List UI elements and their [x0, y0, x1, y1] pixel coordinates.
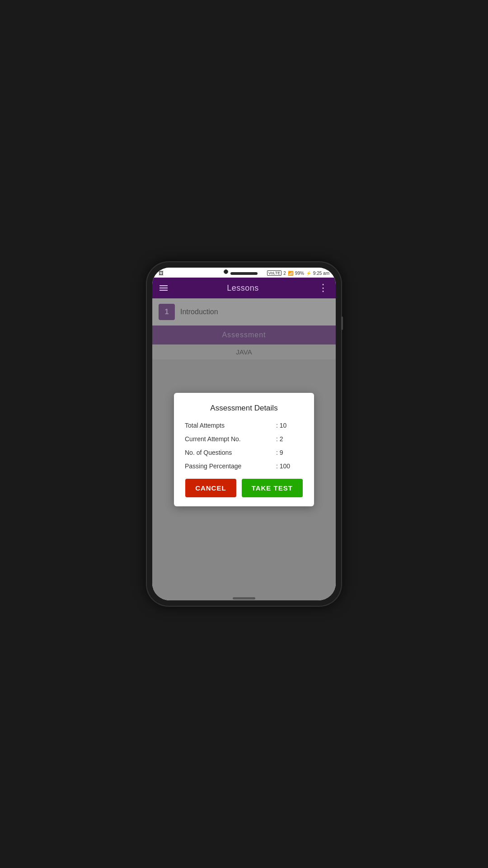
current-attempt-value: : 2 — [276, 435, 303, 443]
battery-percent: 99% — [295, 271, 304, 276]
passing-label: Passing Percentage — [185, 462, 276, 470]
current-attempt-label: Current Attempt No. — [185, 435, 276, 443]
phone-screen: 🖼 VoLTE 2 📶 99% ⚡ 9:25 am Lessons ⋮ — [152, 268, 336, 600]
app-bar: Lessons ⋮ — [152, 278, 336, 298]
cancel-button[interactable]: CANCEL — [185, 479, 236, 497]
hamburger-menu-icon[interactable] — [160, 285, 168, 291]
status-right: VoLTE 2 📶 99% ⚡ 9:25 am — [267, 270, 329, 276]
status-left: 🖼 — [159, 270, 164, 276]
total-attempts-value: : 10 — [276, 422, 303, 429]
volte-icon: VoLTE — [267, 270, 282, 276]
total-attempts-label: Total Attempts — [185, 422, 276, 429]
clock: 9:25 am — [313, 271, 329, 276]
modal-title: Assessment Details — [185, 404, 303, 413]
detail-row-passing: Passing Percentage : 100 — [185, 462, 303, 470]
phone-frame: 🖼 VoLTE 2 📶 99% ⚡ 9:25 am Lessons ⋮ — [147, 262, 341, 606]
modal-overlay: Assessment Details Total Attempts : 10 C… — [152, 298, 336, 600]
phone-camera — [224, 269, 228, 274]
app-bar-title: Lessons — [227, 283, 259, 293]
passing-value: : 100 — [276, 462, 303, 470]
assessment-details-modal: Assessment Details Total Attempts : 10 C… — [174, 393, 314, 506]
more-options-icon[interactable]: ⋮ — [318, 282, 328, 294]
modal-buttons: CANCEL TAKE TEST — [185, 479, 303, 497]
detail-row-total-attempts: Total Attempts : 10 — [185, 422, 303, 429]
notification-icon: 🖼 — [159, 270, 164, 276]
phone-speaker — [230, 272, 258, 275]
carrier-number: 2 — [283, 271, 286, 276]
questions-label: No. of Questions — [185, 449, 276, 456]
detail-row-questions: No. of Questions : 9 — [185, 449, 303, 456]
take-test-button[interactable]: TAKE TEST — [242, 479, 303, 497]
questions-value: : 9 — [276, 449, 303, 456]
detail-row-current-attempt: Current Attempt No. : 2 — [185, 435, 303, 443]
volume-button[interactable] — [341, 316, 343, 330]
main-content: 1 Introduction Assessment JAVA Assessmen… — [152, 298, 336, 600]
battery-icon: ⚡ — [306, 271, 311, 276]
signal-icon: 📶 — [288, 271, 293, 276]
